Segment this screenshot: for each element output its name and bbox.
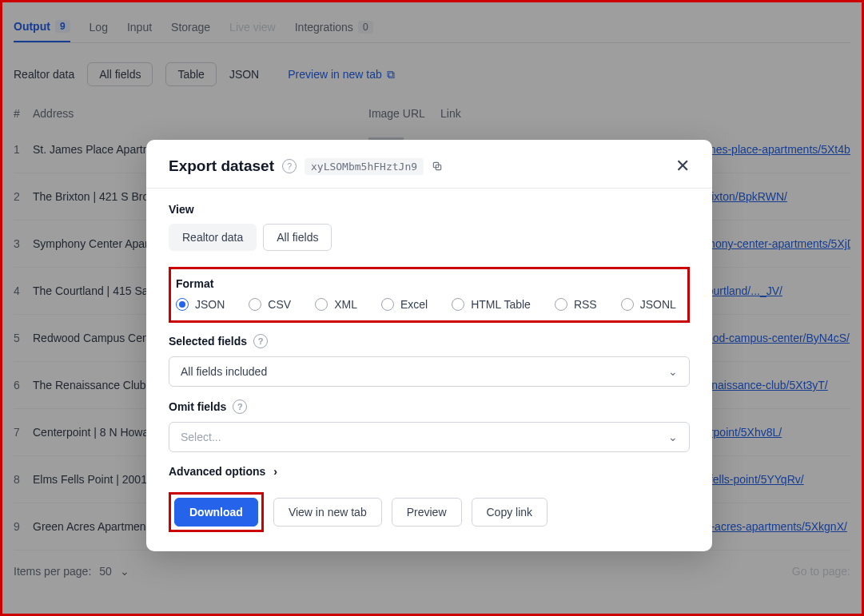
radio-icon <box>452 298 464 311</box>
view-buttons: Realtor data All fields <box>169 224 690 251</box>
omit-fields-placeholder: Select... <box>181 431 221 443</box>
dataset-id-chip: xyLSOMbm5hFHztJn9 <box>305 158 424 175</box>
modal-title: Export dataset <box>169 157 274 175</box>
chevron-down-icon: ⌄ <box>668 365 678 378</box>
format-jsonl[interactable]: JSONL <box>621 298 676 311</box>
export-dataset-modal: Export dataset ? xyLSOMbm5hFHztJn9 ✕ Vie… <box>146 140 712 551</box>
format-section-highlighted: Format JSON CSV XML Excel HTML Table RSS… <box>169 267 690 323</box>
copy-link-button[interactable]: Copy link <box>472 498 548 527</box>
chevron-right-icon: › <box>273 465 277 478</box>
help-icon[interactable]: ? <box>282 159 297 173</box>
format-json-label: JSON <box>195 298 225 311</box>
format-excel-label: Excel <box>400 298 428 311</box>
view-in-new-tab-button[interactable]: View in new tab <box>273 498 382 527</box>
help-icon[interactable]: ? <box>253 334 268 348</box>
radio-icon <box>621 298 634 311</box>
radio-icon <box>176 298 189 311</box>
advanced-options-toggle[interactable]: Advanced options› <box>169 465 690 478</box>
download-highlight: Download <box>169 492 264 532</box>
view-allfields-button[interactable]: All fields <box>263 224 332 251</box>
radio-icon <box>555 298 567 311</box>
modal-header: Export dataset ? xyLSOMbm5hFHztJn9 ✕ <box>146 140 712 189</box>
format-radios: JSON CSV XML Excel HTML Table RSS JSONL <box>176 298 683 311</box>
preview-button[interactable]: Preview <box>392 498 462 527</box>
format-label: Format <box>176 277 683 290</box>
format-csv-label: CSV <box>268 298 291 311</box>
format-xml-label: XML <box>334 298 357 311</box>
format-csv[interactable]: CSV <box>249 298 291 311</box>
view-label: View <box>169 203 690 216</box>
radio-icon <box>381 298 394 311</box>
modal-body: View Realtor data All fields Format JSON… <box>146 189 712 551</box>
format-html-table[interactable]: HTML Table <box>452 298 531 311</box>
selected-fields-label: Selected fields? <box>169 334 690 348</box>
selected-fields-text: Selected fields <box>169 335 247 348</box>
format-json[interactable]: JSON <box>176 298 225 311</box>
format-html-label: HTML Table <box>471 298 531 311</box>
copy-id-icon[interactable] <box>432 161 443 172</box>
omit-fields-select[interactable]: Select...⌄ <box>169 422 690 452</box>
format-jsonl-label: JSONL <box>640 298 676 311</box>
close-icon[interactable]: ✕ <box>675 156 690 177</box>
format-xml[interactable]: XML <box>315 298 357 311</box>
radio-icon <box>249 298 261 311</box>
selected-fields-value: All fields included <box>181 365 267 378</box>
format-excel[interactable]: Excel <box>381 298 428 311</box>
omit-fields-text: Omit fields <box>169 400 226 413</box>
modal-actions: Download View in new tab Preview Copy li… <box>169 492 690 532</box>
format-rss[interactable]: RSS <box>555 298 597 311</box>
view-realtor-button[interactable]: Realtor data <box>169 224 257 251</box>
selected-fields-select[interactable]: All fields included⌄ <box>169 356 690 387</box>
help-icon[interactable]: ? <box>233 399 247 414</box>
advanced-label: Advanced options <box>169 465 265 478</box>
chevron-down-icon: ⌄ <box>668 431 678 443</box>
format-rss-label: RSS <box>574 298 597 311</box>
radio-icon <box>315 298 328 311</box>
download-button[interactable]: Download <box>174 498 258 527</box>
omit-fields-label: Omit fields? <box>169 399 690 414</box>
